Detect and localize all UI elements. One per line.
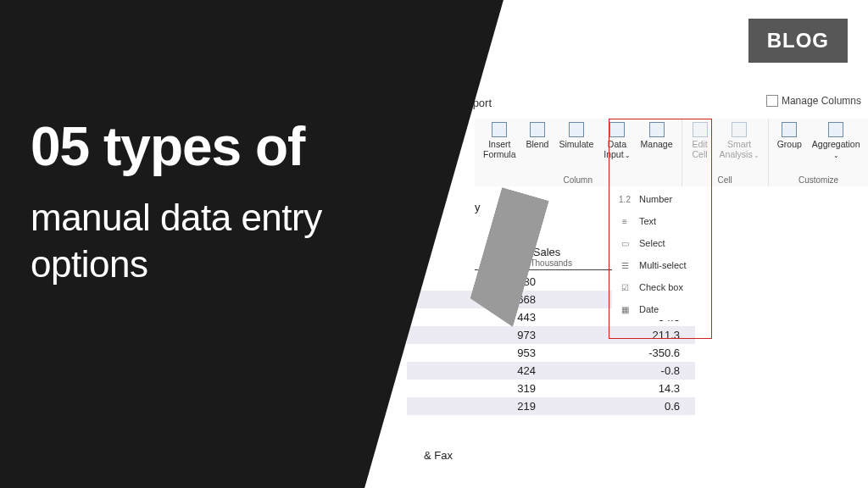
ribbon-group-customize: Group Aggregation⌄ Customize [769,119,868,186]
chevron-down-icon: ⌄ [754,152,760,159]
data-input-dropdown: 1.2 Number ≡ Text ▭ Select ☰ Multi-selec… [612,188,710,320]
headline-big: 05 types of [31,119,403,175]
menu-item-multi-select[interactable]: ☰ Multi-select [612,254,710,276]
aggregation-icon [828,122,843,137]
data-input-icon [609,122,625,137]
group-label-cell: Cell [686,175,765,186]
menu-item-text[interactable]: ≡ Text [612,210,710,232]
checkbox-icon: ☑ [619,282,631,292]
insert-formula-button[interactable]: Insert Formula [478,119,521,175]
group-label-column: Column [478,175,678,186]
table-row: 953-350.6 [407,344,695,362]
headline: 05 types of manual data entry options [31,119,403,287]
text-icon: ≡ [619,216,631,226]
blog-badge: BLOG [748,19,848,63]
edit-cell-button: Edit Cell [686,119,715,175]
ribbon-group-column: Insert Formula Blend Simulate Data Input… [475,119,682,186]
table-row: 424-0.8 [407,362,695,380]
table-row: 973211.3 [407,326,695,344]
menu-item-check-box[interactable]: ☑ Check box [612,276,710,298]
edit-cell-icon [693,122,708,137]
manage-icon [649,122,665,137]
group-label-customize: Customize [772,175,865,186]
fragment-y: y [475,201,481,214]
blend-icon [530,122,545,137]
manage-columns-button[interactable]: Manage Columns [766,95,861,107]
ribbon-group-cell: Edit Cell Smart Analysis⌄ Cell [682,119,769,186]
simulate-button[interactable]: Simulate [554,119,598,175]
table-row: 2190.6 [407,397,695,415]
manage-columns-label: Manage Columns [782,95,861,107]
menu-item-date[interactable]: ▦ Date [612,298,710,320]
number-icon: 1.2 [619,194,631,204]
smart-analysis-icon [732,122,747,137]
menu-item-number[interactable]: 1.2 Number [612,188,710,210]
table-row: 31914.3 [407,380,695,397]
smart-analysis-button: Smart Analysis⌄ [715,119,765,175]
data-input-button[interactable]: Data Input⌄ [598,119,635,175]
group-button[interactable]: Group [772,119,807,175]
ribbon-toolbar: Insert Formula Blend Simulate Data Input… [475,119,868,186]
date-icon: ▦ [619,304,631,314]
aggregation-button[interactable]: Aggregation⌄ [807,119,865,175]
formula-icon [492,122,507,137]
menu-item-select[interactable]: ▭ Select [612,232,710,254]
blend-button[interactable]: Blend [521,119,554,175]
manage-button[interactable]: Manage [636,119,678,175]
headline-sub: manual data entry options [31,194,403,287]
columns-icon [766,95,778,107]
chevron-down-icon: ⌄ [833,152,839,159]
select-icon: ▭ [619,238,631,248]
simulate-icon [569,122,584,137]
multi-select-icon: ☰ [619,260,631,270]
group-icon [782,122,797,137]
row-label-fragment: & Fax [424,449,453,462]
chevron-down-icon: ⌄ [625,152,631,159]
